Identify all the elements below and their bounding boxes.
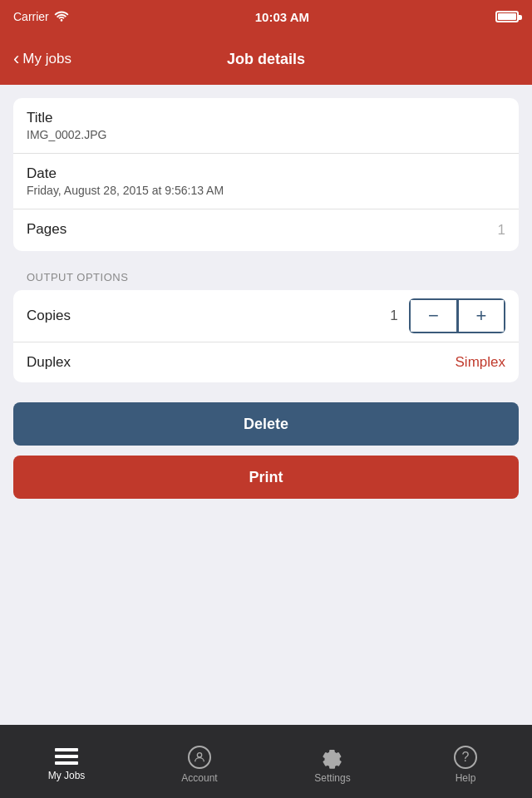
carrier-label: Carrier: [13, 10, 49, 23]
title-row: Title IMG_0002.JPG: [13, 98, 519, 154]
increment-button[interactable]: +: [457, 298, 505, 333]
date-label: Date: [27, 165, 505, 182]
settings-icon: [321, 746, 344, 769]
tab-account-label: Account: [181, 772, 217, 784]
tab-settings-label: Settings: [314, 772, 350, 784]
decrement-button[interactable]: −: [409, 298, 457, 333]
tab-my-jobs-label: My Jobs: [48, 770, 86, 781]
duplex-value: Simplex: [456, 354, 505, 371]
back-label: My jobs: [22, 51, 71, 67]
title-label: Title: [27, 110, 505, 126]
print-button[interactable]: Print: [13, 456, 519, 499]
copies-controls: 1 − +: [386, 298, 505, 333]
date-value: Friday, August 28, 2015 at 9:56:13 AM: [27, 184, 505, 197]
title-value: IMG_0002.JPG: [27, 128, 505, 141]
battery-area: [495, 11, 519, 22]
nav-bar: ‹ My jobs Job details: [0, 33, 532, 85]
tab-my-jobs[interactable]: My Jobs: [0, 741, 133, 781]
tab-bar: My Jobs Account Settings ? Help: [0, 725, 532, 798]
output-options-header: OUTPUT OPTIONS: [13, 271, 519, 290]
duplex-label: Duplex: [27, 354, 71, 371]
duplex-row: Duplex Simplex: [13, 342, 519, 382]
delete-button[interactable]: Delete: [13, 402, 519, 446]
carrier-info: Carrier: [13, 10, 69, 24]
help-icon: ?: [454, 746, 477, 769]
clock: 10:03 AM: [255, 10, 309, 24]
account-icon: [188, 746, 211, 769]
stepper-group: − +: [409, 298, 505, 333]
svg-point-0: [197, 753, 201, 757]
tab-settings[interactable]: Settings: [266, 739, 399, 784]
battery-icon: [495, 11, 519, 22]
status-bar: Carrier 10:03 AM: [0, 0, 532, 33]
chevron-left-icon: ‹: [13, 50, 19, 68]
main-content: Title IMG_0002.JPG Date Friday, August 2…: [0, 85, 532, 512]
tab-help[interactable]: ? Help: [399, 739, 532, 784]
output-options-card: Copies 1 − + Duplex Simplex: [13, 290, 519, 382]
copies-row: Copies 1 − +: [13, 290, 519, 342]
tab-account[interactable]: Account: [133, 739, 266, 784]
back-button[interactable]: ‹ My jobs: [13, 50, 71, 68]
my-jobs-icon: [55, 748, 78, 766]
pages-label: Pages: [27, 221, 66, 238]
wifi-icon: [54, 10, 69, 24]
page-title: Job details: [227, 51, 305, 68]
pages-value: 1: [498, 222, 505, 239]
tab-help-label: Help: [456, 772, 476, 784]
job-info-card: Title IMG_0002.JPG Date Friday, August 2…: [13, 98, 519, 251]
copies-count: 1: [386, 308, 402, 324]
pages-row: Pages 1: [13, 209, 519, 251]
date-row: Date Friday, August 28, 2015 at 9:56:13 …: [13, 154, 519, 209]
copies-label: Copies: [27, 308, 71, 324]
